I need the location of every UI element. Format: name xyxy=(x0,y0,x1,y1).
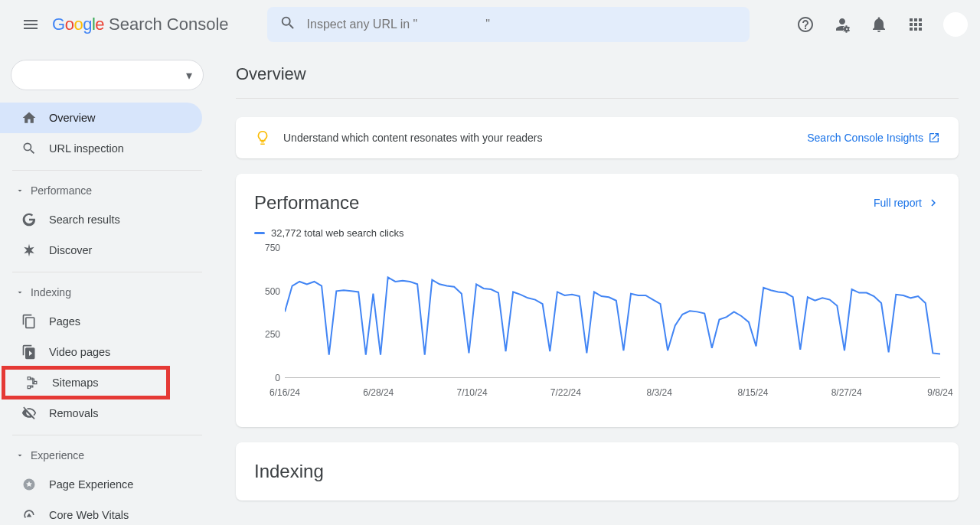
sidebar-item-label: Overview xyxy=(49,112,95,124)
search-input[interactable] xyxy=(307,18,737,31)
sidebar-item-pages[interactable]: Pages xyxy=(0,306,202,337)
notifications-button[interactable] xyxy=(864,9,894,40)
search-icon xyxy=(279,15,296,34)
performance-chart: 0250500750 6/16/246/28/247/10/247/22/248… xyxy=(254,248,940,409)
section-performance[interactable]: Performance xyxy=(0,177,214,204)
section-experience[interactable]: Experience xyxy=(0,442,214,469)
insights-banner: Understand which content resonates with … xyxy=(236,117,959,158)
legend-swatch xyxy=(254,232,265,234)
logo[interactable]: Google Search Console xyxy=(52,15,229,34)
sidebar-item-label: Page Experience xyxy=(49,478,133,491)
sidebar-item-label: URL inspection xyxy=(49,142,124,155)
insights-text: Understand which content resonates with … xyxy=(283,132,807,144)
section-indexing[interactable]: Indexing xyxy=(0,279,214,306)
menu-button[interactable] xyxy=(12,6,49,43)
sidebar-item-url-inspection[interactable]: URL inspection xyxy=(0,133,202,164)
home-icon xyxy=(21,110,37,126)
header-actions xyxy=(790,9,968,40)
search-icon xyxy=(21,141,37,156)
help-button[interactable] xyxy=(790,9,821,40)
lightbulb-icon xyxy=(254,129,271,146)
account-avatar[interactable] xyxy=(943,12,968,37)
sidebar-item-sitemaps[interactable]: Sitemaps xyxy=(3,367,168,398)
page-title: Overview xyxy=(236,64,959,99)
performance-card: Performance Full report 32,772 total web… xyxy=(236,174,959,427)
pages-icon xyxy=(21,314,37,329)
full-report-link[interactable]: Full report xyxy=(874,196,940,210)
indexing-card: Indexing xyxy=(236,442,959,501)
sidebar-item-core-web-vitals[interactable]: Core Web Vitals xyxy=(0,500,202,525)
sidebar-item-label: Pages xyxy=(49,315,80,328)
badge-icon xyxy=(21,477,37,492)
sidebar-item-search-results[interactable]: Search results xyxy=(0,204,202,235)
chart-legend: 32,772 total web search clicks xyxy=(254,227,940,239)
asterisk-icon xyxy=(21,243,37,258)
visibility-off-icon xyxy=(21,406,37,421)
property-selector[interactable]: ▾ xyxy=(11,60,204,90)
sidebar-item-label: Removals xyxy=(49,407,98,419)
sidebar-item-label: Core Web Vitals xyxy=(49,509,129,521)
apps-button[interactable] xyxy=(900,9,931,40)
chevron-down-icon: ▾ xyxy=(186,68,192,83)
google-logo: Google xyxy=(52,15,104,34)
sidebar-item-page-experience[interactable]: Page Experience xyxy=(0,469,202,500)
sidebar-item-label: Video pages xyxy=(49,346,110,358)
google-g-icon xyxy=(21,212,37,227)
performance-title: Performance xyxy=(254,192,359,214)
insights-link[interactable]: Search Console Insights xyxy=(807,132,940,144)
speed-icon xyxy=(21,507,37,523)
users-settings-button[interactable] xyxy=(827,9,858,40)
sidebar-item-discover[interactable]: Discover xyxy=(0,235,202,266)
sidebar: ▾ Overview URL inspection Performance Se… xyxy=(0,49,214,525)
content-area: Overview Understand which content resona… xyxy=(214,49,980,525)
sidebar-item-removals[interactable]: Removals xyxy=(0,398,202,429)
sidebar-item-label: Discover xyxy=(49,244,92,256)
indexing-title: Indexing xyxy=(254,461,940,482)
sitemap-icon xyxy=(24,375,40,390)
legend-label: 32,772 total web search clicks xyxy=(271,227,403,239)
sidebar-item-video-pages[interactable]: Video pages xyxy=(0,337,202,367)
url-search-bar[interactable] xyxy=(267,7,750,42)
app-header: Google Search Console xyxy=(0,0,980,49)
product-name: Search Console xyxy=(109,15,229,34)
sidebar-item-label: Sitemaps xyxy=(52,377,98,389)
sidebar-item-overview[interactable]: Overview xyxy=(0,103,202,133)
sidebar-item-label: Search results xyxy=(49,214,120,226)
video-pages-icon xyxy=(21,344,37,360)
